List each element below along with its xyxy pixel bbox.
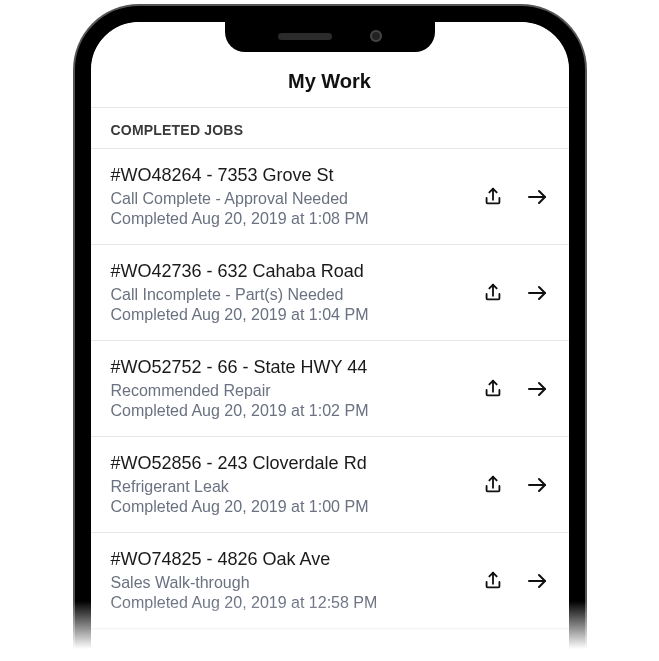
partial-next-row: #WO36924 - 1305 Main St [91, 629, 569, 661]
job-status: Recommended Repair [111, 382, 467, 400]
arrow-right-icon[interactable] [525, 569, 549, 593]
page-title: My Work [91, 70, 569, 93]
job-card[interactable]: #WO52856 - 243 Cloverdale RdRefrigerant … [91, 436, 569, 532]
phone-frame: My Work COMPLETED JOBS #WO48264 - 7353 G… [75, 6, 585, 661]
job-card[interactable]: #WO48264 - 7353 Grove StCall Complete - … [91, 148, 569, 244]
share-icon[interactable] [481, 377, 505, 401]
screen: My Work COMPLETED JOBS #WO48264 - 7353 G… [91, 22, 569, 661]
job-actions [481, 185, 549, 209]
share-icon[interactable] [481, 281, 505, 305]
job-info: #WO48264 - 7353 Grove StCall Complete - … [111, 165, 467, 228]
job-title: #WO52752 - 66 - State HWY 44 [111, 357, 467, 378]
section-heading: COMPLETED JOBS [91, 108, 569, 148]
job-card[interactable]: #WO74825 - 4826 Oak AveSales Walk-throug… [91, 532, 569, 629]
job-completed-time: Completed Aug 20, 2019 at 1:08 PM [111, 210, 467, 228]
job-list: #WO48264 - 7353 Grove StCall Complete - … [91, 148, 569, 629]
job-completed-time: Completed Aug 20, 2019 at 12:58 PM [111, 594, 467, 612]
job-title: #WO48264 - 7353 Grove St [111, 165, 467, 186]
job-completed-time: Completed Aug 20, 2019 at 1:00 PM [111, 498, 467, 516]
job-actions [481, 569, 549, 593]
job-completed-time: Completed Aug 20, 2019 at 1:02 PM [111, 402, 467, 420]
job-info: #WO52752 - 66 - State HWY 44Recommended … [111, 357, 467, 420]
arrow-right-icon[interactable] [525, 377, 549, 401]
job-title: #WO52856 - 243 Cloverdale Rd [111, 453, 467, 474]
job-status: Sales Walk-through [111, 574, 467, 592]
job-info: #WO74825 - 4826 Oak AveSales Walk-throug… [111, 549, 467, 612]
job-completed-time: Completed Aug 20, 2019 at 1:04 PM [111, 306, 467, 324]
job-status: Refrigerant Leak [111, 478, 467, 496]
job-info: #WO52856 - 243 Cloverdale RdRefrigerant … [111, 453, 467, 516]
job-card[interactable]: #WO42736 - 632 Cahaba RoadCall Incomplet… [91, 244, 569, 340]
phone-notch [225, 20, 435, 52]
share-icon[interactable] [481, 473, 505, 497]
share-icon[interactable] [481, 185, 505, 209]
phone-camera [370, 30, 382, 42]
job-info: #WO42736 - 632 Cahaba RoadCall Incomplet… [111, 261, 467, 324]
job-card[interactable]: #WO52752 - 66 - State HWY 44Recommended … [91, 340, 569, 436]
arrow-right-icon[interactable] [525, 185, 549, 209]
phone-speaker [278, 33, 332, 40]
arrow-right-icon[interactable] [525, 281, 549, 305]
job-actions [481, 473, 549, 497]
job-status: Call Incomplete - Part(s) Needed [111, 286, 467, 304]
arrow-right-icon[interactable] [525, 473, 549, 497]
job-actions [481, 281, 549, 305]
job-actions [481, 377, 549, 401]
job-title: #WO42736 - 632 Cahaba Road [111, 261, 467, 282]
job-title: #WO74825 - 4826 Oak Ave [111, 549, 467, 570]
job-status: Call Complete - Approval Needed [111, 190, 467, 208]
share-icon[interactable] [481, 569, 505, 593]
